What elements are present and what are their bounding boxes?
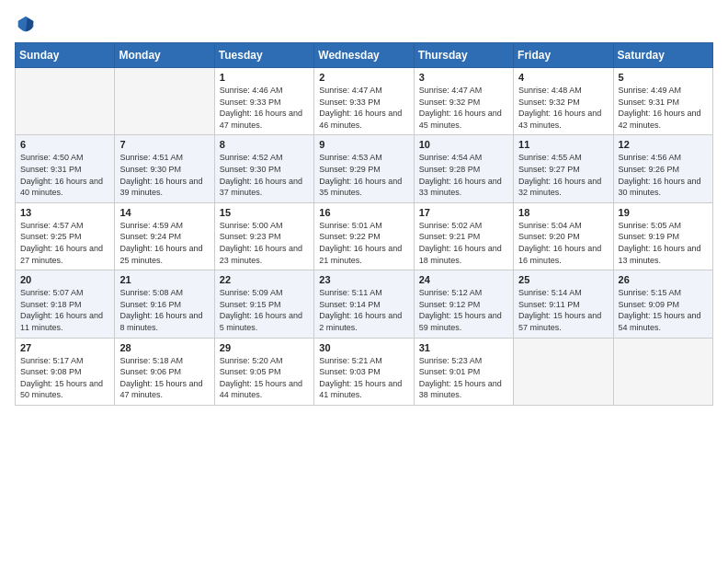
day-info: Sunrise: 5:02 AM Sunset: 9:21 PM Dayligh… (419, 220, 508, 266)
day-number: 30 (319, 342, 408, 353)
day-number: 28 (119, 342, 209, 353)
calendar-cell: 25Sunrise: 5:14 AM Sunset: 9:11 PM Dayli… (514, 270, 613, 338)
calendar-cell (16, 68, 115, 135)
day-info: Sunrise: 4:47 AM Sunset: 9:32 PM Dayligh… (419, 85, 508, 131)
day-info: Sunrise: 5:18 AM Sunset: 9:06 PM Dayligh… (119, 355, 209, 401)
day-number: 9 (319, 139, 408, 150)
day-info: Sunrise: 4:57 AM Sunset: 9:25 PM Dayligh… (20, 220, 109, 266)
day-info: Sunrise: 4:59 AM Sunset: 9:24 PM Dayligh… (119, 220, 209, 266)
calendar-cell: 27Sunrise: 5:17 AM Sunset: 9:08 PM Dayli… (16, 338, 115, 405)
day-number: 1 (220, 72, 309, 83)
calendar-cell: 23Sunrise: 5:11 AM Sunset: 9:14 PM Dayli… (314, 270, 414, 338)
calendar-cell: 12Sunrise: 4:56 AM Sunset: 9:26 PM Dayli… (613, 135, 712, 202)
logo-icon (17, 15, 35, 33)
calendar: SundayMondayTuesdayWednesdayThursdayFrid… (15, 42, 713, 406)
day-number: 5 (619, 72, 708, 83)
day-info: Sunrise: 4:55 AM Sunset: 9:27 PM Dayligh… (518, 152, 608, 198)
day-info: Sunrise: 4:47 AM Sunset: 9:33 PM Dayligh… (319, 85, 408, 131)
day-info: Sunrise: 4:48 AM Sunset: 9:32 PM Dayligh… (518, 85, 608, 131)
logo (15, 15, 35, 33)
day-info: Sunrise: 5:01 AM Sunset: 9:22 PM Dayligh… (319, 220, 408, 266)
day-info: Sunrise: 5:00 AM Sunset: 9:23 PM Dayligh… (220, 220, 309, 266)
day-info: Sunrise: 5:20 AM Sunset: 9:05 PM Dayligh… (220, 355, 309, 401)
day-info: Sunrise: 5:12 AM Sunset: 9:12 PM Dayligh… (419, 287, 508, 333)
day-number: 10 (419, 139, 508, 150)
calendar-cell: 18Sunrise: 5:04 AM Sunset: 9:20 PM Dayli… (514, 202, 613, 270)
day-number: 14 (119, 207, 209, 218)
day-number: 15 (220, 207, 309, 218)
calendar-cell: 24Sunrise: 5:12 AM Sunset: 9:12 PM Dayli… (414, 270, 513, 338)
header-saturday: Saturday (613, 43, 712, 68)
calendar-week-row: 1Sunrise: 4:46 AM Sunset: 9:33 PM Daylig… (16, 68, 713, 135)
day-number: 20 (20, 274, 109, 285)
day-info: Sunrise: 5:04 AM Sunset: 9:20 PM Dayligh… (518, 220, 608, 266)
calendar-cell: 4Sunrise: 4:48 AM Sunset: 9:32 PM Daylig… (514, 68, 613, 135)
header-monday: Monday (115, 43, 214, 68)
day-number: 13 (20, 207, 109, 218)
day-info: Sunrise: 4:50 AM Sunset: 9:31 PM Dayligh… (20, 152, 109, 198)
calendar-cell (514, 338, 613, 405)
calendar-cell (613, 338, 712, 405)
day-number: 31 (419, 342, 508, 353)
day-number: 8 (220, 139, 309, 150)
calendar-cell: 26Sunrise: 5:15 AM Sunset: 9:09 PM Dayli… (613, 270, 712, 338)
day-number: 23 (319, 274, 408, 285)
calendar-cell: 29Sunrise: 5:20 AM Sunset: 9:05 PM Dayli… (214, 338, 313, 405)
calendar-cell: 9Sunrise: 4:53 AM Sunset: 9:29 PM Daylig… (314, 135, 414, 202)
calendar-cell: 6Sunrise: 4:50 AM Sunset: 9:31 PM Daylig… (16, 135, 115, 202)
day-number: 24 (419, 274, 508, 285)
calendar-cell: 2Sunrise: 4:47 AM Sunset: 9:33 PM Daylig… (314, 68, 414, 135)
day-info: Sunrise: 5:14 AM Sunset: 9:11 PM Dayligh… (518, 287, 608, 333)
day-info: Sunrise: 4:54 AM Sunset: 9:28 PM Dayligh… (419, 152, 508, 198)
calendar-cell: 15Sunrise: 5:00 AM Sunset: 9:23 PM Dayli… (214, 202, 313, 270)
calendar-cell: 13Sunrise: 4:57 AM Sunset: 9:25 PM Dayli… (16, 202, 115, 270)
day-info: Sunrise: 4:49 AM Sunset: 9:31 PM Dayligh… (619, 85, 708, 131)
calendar-cell: 11Sunrise: 4:55 AM Sunset: 9:27 PM Dayli… (514, 135, 613, 202)
calendar-cell: 3Sunrise: 4:47 AM Sunset: 9:32 PM Daylig… (414, 68, 513, 135)
day-info: Sunrise: 5:23 AM Sunset: 9:01 PM Dayligh… (419, 355, 508, 401)
calendar-cell: 30Sunrise: 5:21 AM Sunset: 9:03 PM Dayli… (314, 338, 414, 405)
day-info: Sunrise: 5:05 AM Sunset: 9:19 PM Dayligh… (619, 220, 708, 266)
calendar-cell: 5Sunrise: 4:49 AM Sunset: 9:31 PM Daylig… (613, 68, 712, 135)
day-info: Sunrise: 4:53 AM Sunset: 9:29 PM Dayligh… (319, 152, 408, 198)
calendar-cell: 8Sunrise: 4:52 AM Sunset: 9:30 PM Daylig… (214, 135, 313, 202)
day-info: Sunrise: 5:11 AM Sunset: 9:14 PM Dayligh… (319, 287, 408, 333)
day-number: 11 (518, 139, 608, 150)
day-number: 3 (419, 72, 508, 83)
day-info: Sunrise: 5:09 AM Sunset: 9:15 PM Dayligh… (220, 287, 309, 333)
day-number: 2 (319, 72, 408, 83)
header-tuesday: Tuesday (214, 43, 313, 68)
day-number: 22 (220, 274, 309, 285)
header-wednesday: Wednesday (314, 43, 414, 68)
calendar-cell: 7Sunrise: 4:51 AM Sunset: 9:30 PM Daylig… (115, 135, 214, 202)
day-number: 21 (119, 274, 209, 285)
day-info: Sunrise: 4:51 AM Sunset: 9:30 PM Dayligh… (119, 152, 209, 198)
day-number: 19 (619, 207, 708, 218)
day-number: 6 (20, 139, 109, 150)
header-sunday: Sunday (16, 43, 115, 68)
day-number: 16 (319, 207, 408, 218)
calendar-cell: 1Sunrise: 4:46 AM Sunset: 9:33 PM Daylig… (214, 68, 313, 135)
day-number: 18 (518, 207, 608, 218)
calendar-week-row: 13Sunrise: 4:57 AM Sunset: 9:25 PM Dayli… (16, 202, 713, 270)
calendar-cell: 22Sunrise: 5:09 AM Sunset: 9:15 PM Dayli… (214, 270, 313, 338)
calendar-cell: 17Sunrise: 5:02 AM Sunset: 9:21 PM Dayli… (414, 202, 513, 270)
header (15, 15, 713, 33)
calendar-header-row: SundayMondayTuesdayWednesdayThursdayFrid… (16, 43, 713, 68)
calendar-cell: 14Sunrise: 4:59 AM Sunset: 9:24 PM Dayli… (115, 202, 214, 270)
calendar-cell: 10Sunrise: 4:54 AM Sunset: 9:28 PM Dayli… (414, 135, 513, 202)
day-number: 4 (518, 72, 608, 83)
header-friday: Friday (514, 43, 613, 68)
day-info: Sunrise: 4:52 AM Sunset: 9:30 PM Dayligh… (220, 152, 309, 198)
calendar-week-row: 20Sunrise: 5:07 AM Sunset: 9:18 PM Dayli… (16, 270, 713, 338)
calendar-cell: 21Sunrise: 5:08 AM Sunset: 9:16 PM Dayli… (115, 270, 214, 338)
day-number: 26 (619, 274, 708, 285)
day-info: Sunrise: 5:08 AM Sunset: 9:16 PM Dayligh… (119, 287, 209, 333)
day-info: Sunrise: 5:21 AM Sunset: 9:03 PM Dayligh… (319, 355, 408, 401)
day-number: 27 (20, 342, 109, 353)
day-info: Sunrise: 4:46 AM Sunset: 9:33 PM Dayligh… (220, 85, 309, 131)
day-info: Sunrise: 5:07 AM Sunset: 9:18 PM Dayligh… (20, 287, 109, 333)
day-info: Sunrise: 5:17 AM Sunset: 9:08 PM Dayligh… (20, 355, 109, 401)
day-number: 7 (119, 139, 209, 150)
day-number: 12 (619, 139, 708, 150)
